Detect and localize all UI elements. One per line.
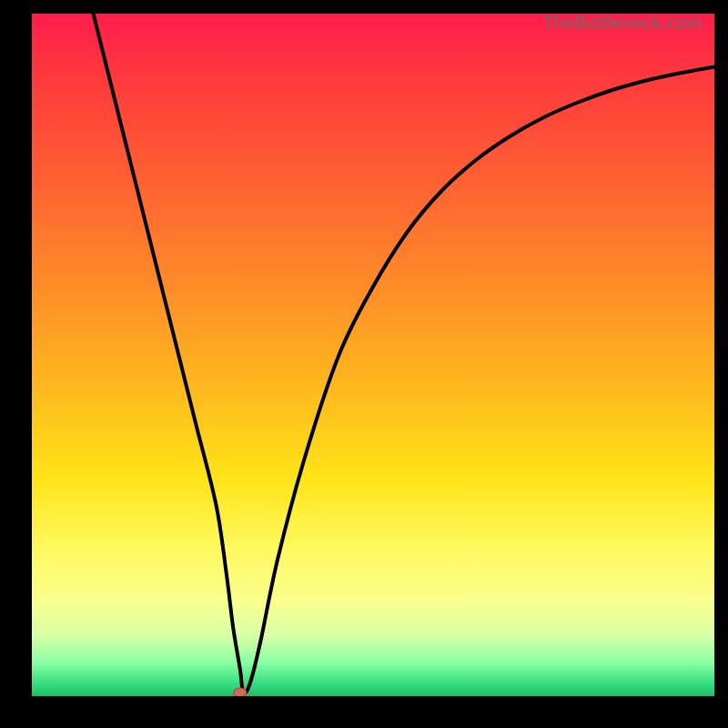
- curve-svg: [32, 14, 714, 696]
- plot-area: TheBottleneck.com: [32, 14, 714, 696]
- min-marker: [234, 688, 247, 696]
- chart-frame: TheBottleneck.com: [0, 0, 728, 728]
- bottleneck-curve: [94, 14, 715, 693]
